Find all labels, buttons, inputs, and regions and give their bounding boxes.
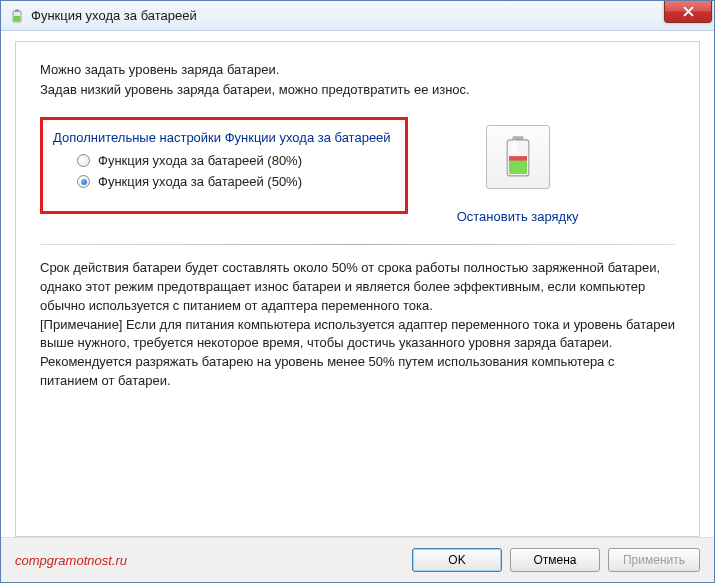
main-panel: Можно задать уровень заряда батареи. Зад… <box>15 41 700 537</box>
svg-rect-5 <box>509 160 527 174</box>
battery-preview: Остановить зарядку <box>438 125 598 224</box>
close-icon <box>683 6 694 17</box>
ok-button[interactable]: OK <box>412 548 502 572</box>
radio-icon-checked <box>77 175 90 188</box>
intro-text-1: Можно задать уровень заряда батареи. <box>40 60 675 80</box>
group-label: Дополнительные настройки Функции ухода з… <box>53 130 391 145</box>
radio-option-50[interactable]: Функция ухода за батареей (50%) <box>77 174 391 189</box>
radio-icon <box>77 154 90 167</box>
radio-label: Функция ухода за батареей (50%) <box>98 174 302 189</box>
cancel-button[interactable]: Отмена <box>510 548 600 572</box>
button-bar: compgramotnost.ru OK Отмена Применить <box>1 537 714 582</box>
watermark: compgramotnost.ru <box>15 553 404 568</box>
svg-rect-2 <box>14 16 20 21</box>
battery-image <box>486 125 550 189</box>
apply-button[interactable]: Применить <box>608 548 700 572</box>
battery-icon <box>500 134 536 180</box>
svg-rect-6 <box>509 156 527 161</box>
intro-text-2: Задав низкий уровень заряда батареи, мож… <box>40 80 675 100</box>
title-bar: Функция ухода за батареей <box>1 1 714 31</box>
svg-point-7 <box>511 140 516 154</box>
separator <box>40 244 675 245</box>
svg-rect-1 <box>15 9 19 11</box>
battery-app-icon <box>9 8 25 24</box>
window-title: Функция ухода за батареей <box>31 8 197 23</box>
description-text: Срок действия батареи будет составлять о… <box>40 259 675 391</box>
highlight-box: Дополнительные настройки Функции ухода з… <box>40 117 408 214</box>
stop-charge-link[interactable]: Остановить зарядку <box>438 209 598 224</box>
radio-option-80[interactable]: Функция ухода за батареей (80%) <box>77 153 391 168</box>
radio-label: Функция ухода за батареей (80%) <box>98 153 302 168</box>
close-button[interactable] <box>664 1 712 23</box>
